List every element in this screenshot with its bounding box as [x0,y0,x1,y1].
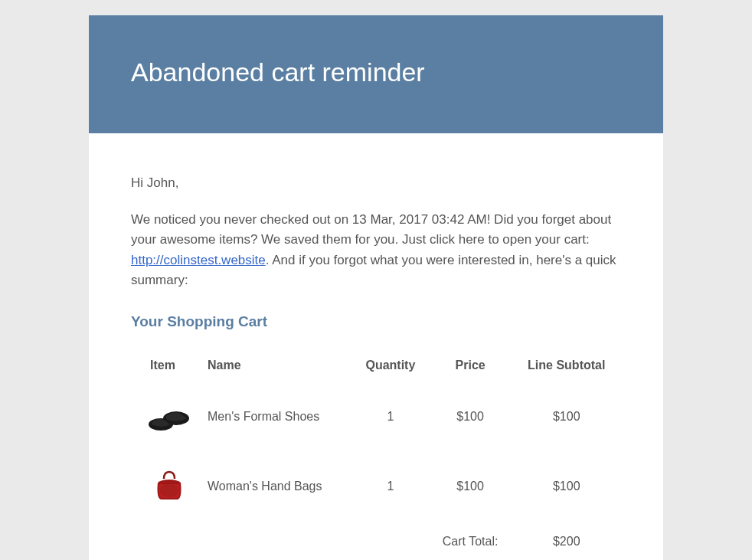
item-subtotal-cell: $100 [512,382,622,451]
email-content: Hi John, We noticed you never checked ou… [89,133,663,560]
table-row: Men's Formal Shoes 1 $100 $100 [131,382,621,451]
item-price-cell: $100 [429,382,512,451]
greeting-text: Hi John, [131,175,621,191]
item-name-cell: Men's Formal Shoes [200,382,352,451]
header-item: Item [131,349,200,382]
header-subtotal: Line Subtotal [512,349,622,382]
item-image-cell [131,382,200,451]
header-quantity: Quantity [352,349,429,382]
message-text-1: We noticed you never checked out on 13 M… [131,212,611,247]
header-price: Price [429,349,512,382]
item-quantity-cell: 1 [352,451,429,521]
header-name: Name [200,349,352,382]
cart-table: Item Name Quantity Price Line Subtotal [131,349,621,560]
svg-point-2 [160,483,178,497]
handbag-icon [146,465,192,507]
page-title: Abandoned cart reminder [131,57,621,87]
total-value: $200 [512,521,622,560]
cart-link[interactable]: http://colinstest.website [131,253,266,267]
item-subtotal-cell: $100 [512,451,622,521]
section-title: Your Shopping Cart [131,313,621,330]
item-price-cell: $100 [429,451,512,521]
table-header-row: Item Name Quantity Price Line Subtotal [131,349,621,382]
total-label: Cart Total: [429,521,512,560]
email-container: Abandoned cart reminder Hi John, We noti… [89,15,663,560]
shoes-icon [146,395,192,437]
item-image-cell [131,451,200,521]
email-header: Abandoned cart reminder [89,15,663,133]
message-paragraph: We noticed you never checked out on 13 M… [131,210,621,290]
total-row: Cart Total: $200 [131,521,621,560]
item-quantity-cell: 1 [352,382,429,451]
item-name-cell: Woman's Hand Bags [200,451,352,521]
table-row: Woman's Hand Bags 1 $100 $100 [131,451,621,521]
